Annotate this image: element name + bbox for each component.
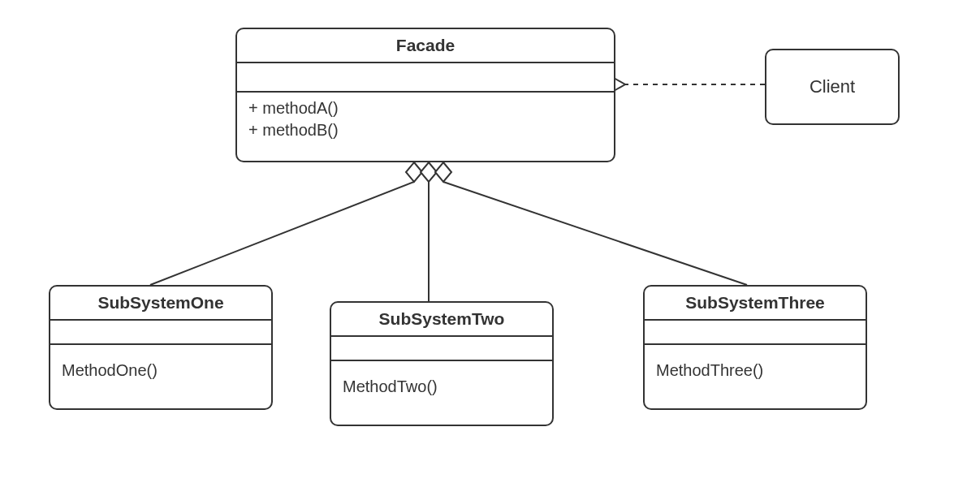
method-item: MethodTwo() bbox=[343, 376, 541, 398]
class-attributes bbox=[50, 321, 271, 345]
class-methods: MethodOne() bbox=[50, 345, 271, 390]
diagram-canvas: Facade + methodA() + methodB() Client Su… bbox=[0, 0, 980, 483]
class-client: Client bbox=[765, 49, 900, 125]
aggregation-diamond-icon bbox=[406, 162, 422, 182]
method-item: + methodA() bbox=[248, 97, 602, 119]
class-title: SubSystemThree bbox=[645, 287, 866, 321]
method-item: MethodThree() bbox=[656, 360, 854, 382]
class-facade: Facade + methodA() + methodB() bbox=[235, 28, 615, 162]
edge-facade-to-subsystem-one bbox=[150, 182, 414, 285]
class-methods: + methodA() + methodB() bbox=[237, 93, 614, 149]
class-title: SubSystemOne bbox=[50, 287, 271, 321]
class-methods: MethodThree() bbox=[645, 345, 866, 390]
class-methods: MethodTwo() bbox=[331, 361, 552, 406]
class-attributes bbox=[237, 63, 614, 93]
method-item: MethodOne() bbox=[62, 360, 260, 382]
aggregation-diamond-icon bbox=[435, 162, 451, 182]
class-title: Facade bbox=[237, 29, 614, 63]
class-attributes bbox=[331, 337, 552, 361]
class-subsystem-three: SubSystemThree MethodThree() bbox=[643, 285, 867, 410]
method-item: + methodB() bbox=[248, 119, 602, 141]
aggregation-diamond-icon bbox=[421, 162, 437, 182]
class-subsystem-two: SubSystemTwo MethodTwo() bbox=[330, 301, 554, 426]
edge-facade-to-subsystem-three bbox=[443, 182, 747, 285]
class-title: SubSystemTwo bbox=[331, 303, 552, 337]
class-title: Client bbox=[809, 76, 855, 97]
class-attributes bbox=[645, 321, 866, 345]
class-subsystem-one: SubSystemOne MethodOne() bbox=[49, 285, 273, 410]
